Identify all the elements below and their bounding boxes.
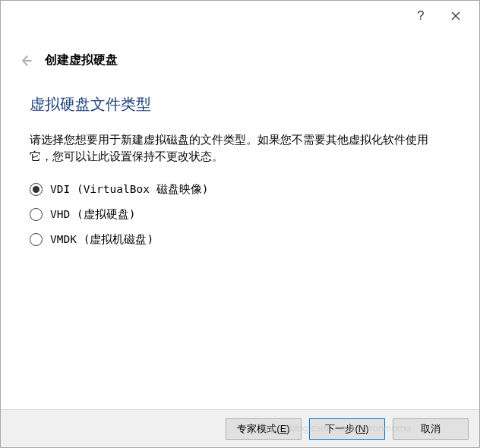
- wizard-header: 创建虚拟硬盘: [1, 31, 479, 77]
- help-button[interactable]: ?: [403, 4, 438, 28]
- radio-option-vmdk[interactable]: VMDK (虚拟机磁盘): [30, 232, 450, 247]
- radio-option-vdi[interactable]: VDI (VirtualBox 磁盘映像): [30, 182, 450, 197]
- close-button[interactable]: [438, 4, 473, 28]
- titlebar: ?: [1, 1, 479, 31]
- section-title: 虚拟硬盘文件类型: [30, 94, 450, 115]
- close-icon: [451, 11, 460, 21]
- description-text: 请选择您想要用于新建虚拟磁盘的文件类型。如果您不需要其他虚拟化软件使用它，您可以…: [30, 131, 450, 166]
- radio-option-vhd[interactable]: VHD (虚拟硬盘): [30, 207, 450, 222]
- wizard-title: 创建虚拟硬盘: [45, 52, 118, 68]
- cancel-button[interactable]: 取消: [393, 418, 469, 440]
- back-button[interactable]: [19, 54, 33, 68]
- radio-label: VHD (虚拟硬盘): [50, 207, 135, 222]
- radio-indicator: [30, 208, 43, 221]
- arrow-left-icon: [19, 54, 33, 68]
- radio-label: VMDK (虚拟机磁盘): [50, 232, 153, 247]
- radio-indicator: [30, 233, 43, 246]
- expert-mode-button[interactable]: 专家模式(E): [226, 418, 302, 440]
- radio-label: VDI (VirtualBox 磁盘映像): [50, 182, 208, 197]
- next-button[interactable]: 下一步(N): [309, 418, 385, 440]
- disk-type-radio-group: VDI (VirtualBox 磁盘映像) VHD (虚拟硬盘) VMDK (虚…: [30, 182, 450, 247]
- wizard-footer: 专家模式(E) 下一步(N) 取消: [1, 409, 479, 447]
- radio-indicator: [30, 183, 43, 196]
- wizard-content: 虚拟硬盘文件类型 请选择您想要用于新建虚拟磁盘的文件类型。如果您不需要其他虚拟化…: [1, 77, 479, 247]
